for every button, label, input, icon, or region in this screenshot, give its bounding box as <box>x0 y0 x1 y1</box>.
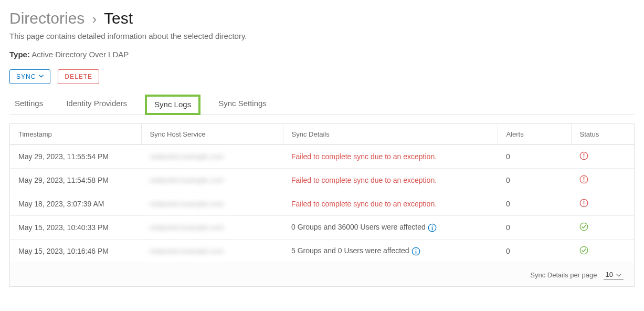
pager-label: Sync Details per page <box>530 271 597 279</box>
table-header-row: Timestamp Sync Host Service Sync Details… <box>10 124 634 145</box>
pagination-bar: Sync Details per page 10 <box>10 263 634 286</box>
type-value: Active Directory Over LDAP <box>31 50 129 59</box>
svg-point-10 <box>431 225 432 226</box>
type-label: Type: <box>9 50 30 59</box>
cell-status <box>571 145 634 169</box>
svg-point-8 <box>584 204 585 205</box>
breadcrumb-separator: › <box>92 11 97 27</box>
error-icon[interactable] <box>579 199 588 208</box>
table-row: May 15, 2023, 10:16:46 PMredacted.exampl… <box>10 240 634 263</box>
sync-button-label: SYNC <box>16 73 36 80</box>
chevron-down-icon <box>39 75 44 79</box>
cell-alerts: 0 <box>498 192 571 216</box>
delete-button-label: DELETE <box>65 73 92 80</box>
svg-point-2 <box>584 157 585 158</box>
cell-details: Failed to complete sync due to an except… <box>283 192 498 216</box>
cell-host: redacted.example.com <box>141 169 283 192</box>
page-size-value: 10 <box>606 271 613 278</box>
column-header-alerts[interactable]: Alerts <box>498 124 571 145</box>
action-buttons: SYNC DELETE <box>9 69 635 84</box>
cell-details: 5 Groups and 0 Users were affected <box>283 240 498 263</box>
sync-button[interactable]: SYNC <box>9 69 50 84</box>
cell-details: Failed to complete sync due to an except… <box>283 169 498 192</box>
svg-point-5 <box>584 181 585 182</box>
sync-logs-table-container: Timestamp Sync Host Service Sync Details… <box>9 123 635 287</box>
cell-status <box>571 169 634 192</box>
cell-timestamp: May 15, 2023, 10:16:46 PM <box>10 240 141 263</box>
cell-host: redacted.example.com <box>141 216 283 240</box>
cell-alerts: 0 <box>498 216 571 240</box>
cell-details: 0 Groups and 36000 Users were affected <box>283 216 498 240</box>
cell-alerts: 0 <box>498 145 571 169</box>
success-icon[interactable] <box>579 246 588 255</box>
cell-host: redacted.example.com <box>141 192 283 216</box>
info-icon[interactable] <box>428 223 437 232</box>
svg-point-14 <box>415 249 416 250</box>
page-size-select[interactable]: 10 <box>604 269 624 280</box>
tab-sync-settings[interactable]: Sync Settings <box>213 92 272 115</box>
cell-timestamp: May 29, 2023, 11:55:54 PM <box>10 145 141 169</box>
table-row: May 15, 2023, 10:40:33 PMredacted.exampl… <box>10 216 634 240</box>
table-row: May 29, 2023, 11:55:54 PMredacted.exampl… <box>10 145 634 169</box>
cell-host: redacted.example.com <box>141 145 283 169</box>
breadcrumb: Directories › Test <box>9 9 635 27</box>
directory-type-row: Type: Active Directory Over LDAP <box>9 50 635 59</box>
delete-button[interactable]: DELETE <box>58 69 99 84</box>
info-icon[interactable] <box>411 247 420 256</box>
error-icon[interactable] <box>579 151 588 160</box>
cell-timestamp: May 29, 2023, 11:54:58 PM <box>10 169 141 192</box>
column-header-timestamp[interactable]: Timestamp <box>10 124 141 145</box>
error-icon[interactable] <box>579 175 588 184</box>
tab-identity-providers[interactable]: Identity Providers <box>61 92 132 115</box>
cell-timestamp: May 15, 2023, 10:40:33 PM <box>10 216 141 240</box>
cell-alerts: 0 <box>498 169 571 192</box>
cell-status <box>571 216 634 240</box>
cell-host: redacted.example.com <box>141 240 283 263</box>
tab-sync-logs[interactable]: Sync Logs <box>145 95 200 115</box>
page-title: Test <box>104 9 133 27</box>
sync-logs-table: Timestamp Sync Host Service Sync Details… <box>10 124 634 263</box>
cell-alerts: 0 <box>498 240 571 263</box>
cell-details: Failed to complete sync due to an except… <box>283 145 498 169</box>
cell-timestamp: May 18, 2023, 3:07:39 AM <box>10 192 141 216</box>
page-description: This page contains detailed information … <box>9 32 635 40</box>
table-row: May 18, 2023, 3:07:39 AMredacted.example… <box>10 192 634 216</box>
cell-status <box>571 192 634 216</box>
tab-settings[interactable]: Settings <box>9 92 48 115</box>
svg-point-16 <box>580 246 587 254</box>
column-header-details[interactable]: Sync Details <box>283 124 498 145</box>
table-row: May 29, 2023, 11:54:58 PMredacted.exampl… <box>10 169 634 192</box>
chevron-down-icon <box>616 271 621 278</box>
svg-point-12 <box>580 223 587 230</box>
breadcrumb-parent-link[interactable]: Directories <box>9 9 85 27</box>
success-icon[interactable] <box>579 222 588 231</box>
column-header-status[interactable]: Status <box>571 124 634 145</box>
column-header-host[interactable]: Sync Host Service <box>141 124 283 145</box>
tabs: Settings Identity Providers Sync Logs Sy… <box>9 92 635 115</box>
cell-status <box>571 240 634 263</box>
